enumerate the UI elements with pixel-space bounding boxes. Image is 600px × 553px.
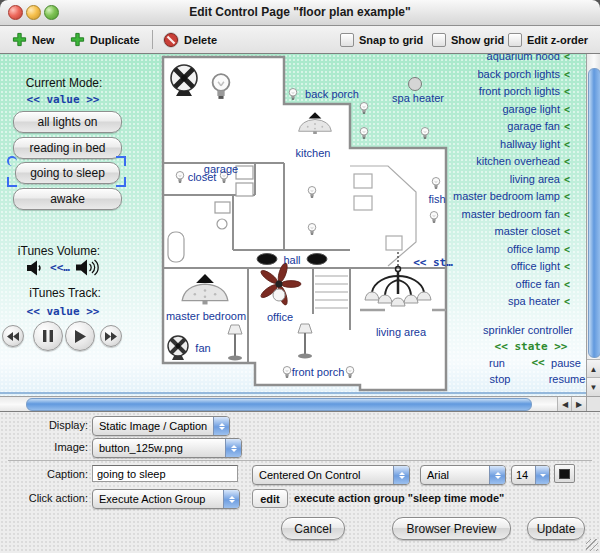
update-button[interactable]: Update (527, 517, 585, 540)
vertical-scrollbar[interactable]: ▲ ▼ (586, 54, 600, 396)
room-label-master-bedroom[interactable]: master bedroom (166, 310, 246, 322)
device-item[interactable]: master bedroom fan< (453, 206, 570, 224)
itunes-volume-value[interactable]: <<… (50, 261, 70, 274)
room-label-kitchen[interactable]: kitchen (296, 147, 331, 159)
edit-z-order-checkbox[interactable]: Edit z-order (508, 26, 588, 53)
font-size-combo[interactable]: 14 (511, 465, 550, 485)
device-label-fan[interactable]: fan (195, 342, 210, 354)
itunes-volume-label[interactable]: iTunes Volume: (18, 244, 100, 258)
duplicate-button[interactable]: Duplicate (70, 26, 140, 53)
new-button[interactable]: New (12, 26, 55, 53)
image-popup[interactable]: button_125w.png (92, 438, 242, 458)
porch-light-icon[interactable] (360, 127, 368, 138)
new-label: New (32, 34, 55, 46)
scroll-right-button[interactable]: ▶ (571, 397, 586, 411)
scroll-down-button[interactable]: ▼ (587, 377, 600, 396)
device-item[interactable]: master closet< (453, 223, 570, 241)
text-color-well[interactable] (554, 464, 575, 483)
back-porch-light-icon[interactable] (289, 88, 297, 99)
current-mode-value[interactable]: << value >> (27, 93, 100, 106)
device-item[interactable]: hallway light< (453, 136, 570, 154)
show-grid-checkbox[interactable]: Show grid (432, 26, 504, 53)
vertical-scrollbar-thumb[interactable] (588, 68, 600, 358)
caption-input[interactable] (92, 465, 238, 482)
device-item[interactable]: office lamp< (453, 241, 570, 259)
window-title: Edit Control Page "floor plan example" (0, 0, 600, 25)
mode-button-all-lights-on[interactable]: all lights on (13, 111, 122, 133)
device-list: aquarium hood< back porch lights< front … (453, 54, 570, 311)
duplicate-label: Duplicate (90, 34, 140, 46)
device-item[interactable]: back porch lights< (453, 66, 570, 84)
page-canvas[interactable]: Current Mode: << value >> all lights on … (0, 54, 586, 396)
room-label-hall[interactable]: hall (283, 254, 300, 266)
itunes-track-label[interactable]: iTunes Track: (29, 286, 101, 300)
play-button[interactable] (65, 321, 95, 351)
device-item[interactable]: office fan< (453, 276, 570, 294)
resize-grip[interactable] (586, 539, 598, 551)
edit-action-button[interactable]: edit (252, 489, 288, 508)
color-swatch (559, 469, 570, 479)
device-item[interactable]: master bedroom lamp< (453, 188, 570, 206)
device-item[interactable]: front porch lights< (453, 83, 570, 101)
room-label-front-porch[interactable]: front porch (292, 366, 345, 378)
device-item[interactable]: spa heater< (453, 293, 570, 311)
link-arrow-icon: < (564, 226, 570, 237)
speaker-loud-icon[interactable] (76, 258, 100, 277)
speaker-quiet-icon[interactable] (27, 260, 46, 276)
sprinkler-run-button[interactable]: run (489, 357, 505, 369)
caption-position-popup[interactable]: Centered On Control (252, 465, 410, 485)
delete-button[interactable]: Delete (163, 26, 217, 53)
sprinkler-resume-button[interactable]: resume (549, 373, 586, 385)
sprinkler-pause-button[interactable]: pause (551, 357, 581, 369)
device-item[interactable]: kitchen overhead< (453, 153, 570, 171)
device-item[interactable]: living area< (453, 171, 570, 189)
horizontal-scrollbar[interactable]: ◀ ▶ (0, 396, 586, 412)
spa-heater-icon[interactable] (409, 78, 422, 91)
font-popup[interactable]: Arial (420, 465, 506, 485)
popup-stepper-icon (223, 490, 239, 508)
scroll-up-button[interactable]: ▲ (587, 359, 600, 378)
snap-to-grid-checkbox[interactable]: Snap to grid (340, 26, 423, 53)
action-description: execute action group "sleep time mode" (294, 489, 504, 507)
fast-forward-button[interactable] (100, 325, 122, 347)
no-entry-icon (163, 32, 179, 48)
click-action-popup[interactable]: Execute Action Group (92, 489, 240, 509)
cancel-button[interactable]: Cancel (281, 517, 345, 540)
browser-preview-button[interactable]: Browser Preview (392, 517, 511, 540)
mode-button-going-to-sleep[interactable]: going to sleep (15, 162, 120, 184)
horizontal-scrollbar-thumb[interactable] (26, 398, 532, 411)
app-window: Edit Control Page "floor plan example" N… (0, 0, 600, 553)
itunes-track-value[interactable]: << value >> (27, 305, 100, 318)
porch-light-icon[interactable] (421, 127, 429, 138)
rewind-button[interactable] (2, 325, 24, 347)
current-mode-label[interactable]: Current Mode: (26, 76, 103, 90)
checkbox-box (340, 33, 354, 47)
device-item[interactable]: office light< (453, 258, 570, 276)
room-label-back-porch[interactable]: back porch (305, 88, 359, 100)
pause-button[interactable] (33, 321, 63, 351)
popup-stepper-icon (489, 466, 505, 484)
room-label-office[interactable]: office (267, 311, 293, 323)
sprinkler-controller-label[interactable]: sprinkler controller (483, 324, 573, 336)
display-popup[interactable]: Static Image / Caption (92, 416, 230, 436)
scroll-left-button[interactable]: ◀ (557, 397, 572, 411)
popup-stepper-icon (393, 466, 409, 484)
sprinkler-stop-button[interactable]: stop (490, 373, 511, 385)
image-label: Image: (0, 438, 88, 456)
device-item[interactable]: garage fan< (453, 118, 570, 136)
device-item[interactable]: garage light< (453, 101, 570, 119)
sprinkler-state-value[interactable]: << state >> (495, 340, 568, 353)
checkbox-box (508, 33, 522, 47)
state-placeholder[interactable]: << st… (413, 256, 453, 269)
link-arrow-icon: < (564, 54, 570, 62)
mode-button-reading-in-bed[interactable]: reading in bed (13, 137, 122, 159)
room-label-living-area[interactable]: living area (376, 326, 426, 338)
device-label-spa-heater[interactable]: spa heater (392, 92, 444, 104)
delete-label: Delete (184, 34, 217, 46)
room-label-closet[interactable]: closet (188, 171, 217, 183)
device-item[interactable]: aquarium hood< (453, 54, 570, 66)
device-label-fish[interactable]: fish (428, 193, 445, 205)
link-arrow-icon: < (564, 104, 570, 115)
mode-button-awake[interactable]: awake (13, 188, 122, 210)
porch-light-icon[interactable] (360, 102, 368, 113)
